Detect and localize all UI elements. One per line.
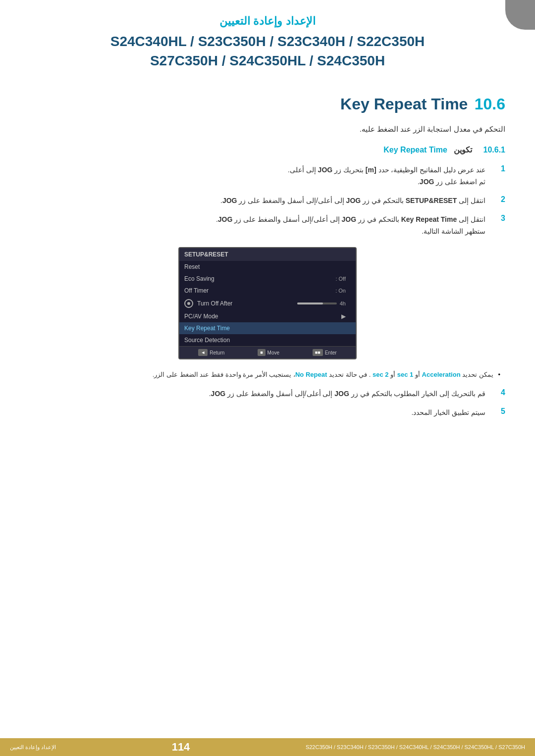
step-4: 4 قم بالتحريك إلى الخيار المطلوب بالتحكم… <box>30 388 505 400</box>
footer-btn-return: ◄ Return <box>198 349 224 356</box>
menu-label-reset: Reset <box>184 263 346 270</box>
menu-label-offtimer: Off Timer <box>184 287 335 294</box>
footer-btn-enter: ■■ Enter <box>313 349 337 356</box>
step-2-number: 2 <box>490 195 505 204</box>
main-content: التحكم في معدل استجابة الزر عند الضغط عل… <box>0 118 535 431</box>
subsection-english: Key Repeat Time <box>383 146 447 154</box>
menu-label-source: Source Detection <box>184 337 346 344</box>
step-1-text: عند عرض دليل المفاتيح الوظيفية، حدد [m] … <box>30 164 485 188</box>
footer-page-number: 114 <box>172 741 190 754</box>
progress-bar <box>297 302 337 304</box>
footer-btn-move: ■ Move <box>258 349 279 356</box>
page-container: الإعداد وإعادة التعيين S24C340HL / S23C3… <box>0 0 535 756</box>
step-5-text: سيتم تطبيق الخيار المحدد. <box>30 407 485 419</box>
return-icon: ◄ <box>198 349 208 356</box>
steps-list: 1 عند عرض دليل المفاتيح الوظيفية، حدد [m… <box>30 164 505 237</box>
step-2-text: انتقل إلى SETUP&RESET بالتحكم في زر JOG … <box>30 195 485 207</box>
bullet-note: • يمكن تحديد Acceleration أو 1 sec أو 2 … <box>30 369 505 380</box>
menu-icon-dot <box>187 302 190 305</box>
step-5-number: 5 <box>490 407 505 416</box>
menu-label-turnoff: Turn Off After <box>197 300 297 307</box>
models-line1: S24C340HL / S23C350H / S23C340H / S22C35… <box>30 32 505 51</box>
monitor-screenshot: SETUP&RESET Reset Eco Saving : Off Off T… <box>178 247 357 359</box>
menu-row-keyrepeat: Key Repeat Time Acceleration 1 sec 2 sec… <box>179 322 356 334</box>
section-title-text: Key Repeat Time <box>340 95 468 113</box>
menu-bar-turnoff: 4h <box>297 301 346 306</box>
header-subtitle: الإعداد وإعادة التعيين <box>30 15 505 28</box>
menu-label-keyrepeat: Key Repeat Time <box>184 325 346 332</box>
enter-icon: ■■ <box>313 349 323 356</box>
step-2: 2 انتقل إلى SETUP&RESET بالتحكم في زر JO… <box>30 195 505 207</box>
menu-label-eco: Eco Saving <box>184 275 335 282</box>
progress-label: 4h <box>340 301 346 306</box>
menu-row-source: Source Detection <box>179 334 356 346</box>
progress-fill <box>297 302 323 304</box>
step-1: 1 عند عرض دليل المفاتيح الوظيفية، حدد [m… <box>30 164 505 188</box>
menu-icon-turnoff <box>184 299 193 308</box>
menu-label-pcav: PC/AV Mode <box>184 313 341 320</box>
step-4-text: قم بالتحريك إلى الخيار المطلوب بالتحكم ف… <box>30 388 485 400</box>
menu-value-offtimer: : On <box>335 288 346 294</box>
step-1-number: 1 <box>490 164 505 173</box>
section-number: 10.6 <box>475 95 505 113</box>
bullet-dot: • <box>498 369 500 380</box>
menu-row-offtimer: Off Timer : On <box>179 285 356 297</box>
footer-return-label: Return <box>210 350 224 355</box>
menu-row-eco: Eco Saving : Off <box>179 273 356 285</box>
page-header: الإعداد وإعادة التعيين S24C340HL / S23C3… <box>0 0 535 80</box>
step-5: 5 سيتم تطبيق الخيار المحدد. <box>30 407 505 419</box>
menu-row-reset: Reset <box>179 261 356 273</box>
footer-section-label: الإعداد وإعادة التعيين <box>10 744 56 751</box>
move-icon: ■ <box>258 349 265 356</box>
monitor-header: SETUP&RESET <box>179 248 356 261</box>
monitor-menu: Reset Eco Saving : Off Off Timer : On <box>179 261 356 346</box>
menu-row-turnoff: Turn Off After 4h <box>179 297 356 310</box>
models-line2: S27C350H / S24C350HL / S24C350H <box>30 51 505 70</box>
page-footer: الإعداد وإعادة التعيين 114 S22C350H / S2… <box>0 738 535 756</box>
footer-enter-label: Enter <box>325 350 337 355</box>
header-models: S24C340HL / S23C350H / S23C340H / S22C35… <box>30 32 505 70</box>
subsection-label: تكوين <box>454 146 472 154</box>
step-3-number: 3 <box>490 214 505 223</box>
menu-row-pcav: PC/AV Mode ▶ <box>179 310 356 322</box>
footer-models-text: S22C350H / S23C340H / S23C350H / S24C340… <box>306 744 525 750</box>
footer-section-text: الإعداد وإعادة التعيين <box>10 744 56 750</box>
step-3-text: انتقل إلى Key Repeat Time بالتحكم في زر … <box>30 214 485 238</box>
monitor-footer: ◄ Return ■ Move ■■ Enter <box>179 346 356 358</box>
step-3: 3 انتقل إلى Key Repeat Time بالتحكم في ز… <box>30 214 505 238</box>
intro-text: التحكم في معدل استجابة الزر عند الضغط عل… <box>30 123 505 135</box>
menu-value-eco: : Off <box>335 276 346 282</box>
step-4-number: 4 <box>490 388 505 397</box>
subsection-number: 10.6.1 <box>483 146 505 154</box>
subsection-heading: 10.6.1 تكوين Key Repeat Time <box>30 145 505 154</box>
menu-arrow-pcav: ▶ <box>341 313 346 320</box>
section-title-area: Key Repeat Time 10.6 <box>0 80 535 118</box>
footer-move-label: Move <box>268 350 279 355</box>
